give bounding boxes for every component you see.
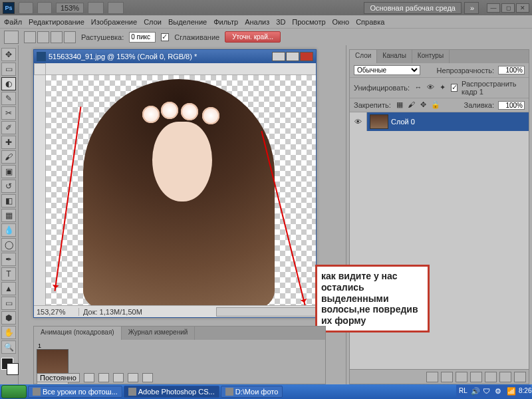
hand-tool-dropdown[interactable]	[88, 2, 104, 14]
loop-selector[interactable]: Постоянно	[37, 373, 80, 382]
type-tool[interactable]: T	[1, 267, 16, 281]
play-button[interactable]	[113, 373, 124, 382]
document-window[interactable]: 51563340_91.jpg @ 153% (Слой 0, RGB/8) *	[33, 49, 317, 318]
layer-style-button[interactable]	[441, 372, 453, 382]
menu-help[interactable]: Справка	[356, 18, 384, 26]
doc-close-button[interactable]	[300, 52, 313, 61]
new-selection-icon[interactable]	[24, 31, 36, 43]
subtract-selection-icon[interactable]	[51, 31, 63, 43]
tray-icon[interactable]: ⚙	[495, 387, 504, 396]
layer-visibility-icon[interactable]: 👁	[350, 112, 367, 131]
maximize-button[interactable]: ◻	[501, 3, 515, 13]
tray-icon[interactable]: 📶	[507, 387, 516, 396]
link-layers-button[interactable]	[426, 372, 438, 382]
history-brush-tool[interactable]: ↺	[1, 180, 16, 193]
gradient-tool[interactable]: ▦	[1, 209, 16, 222]
screen-mode-dropdown[interactable]	[108, 2, 124, 14]
crop-tool[interactable]: ✂	[1, 106, 16, 120]
propagate-checkbox[interactable]	[451, 84, 458, 92]
layer-group-button[interactable]	[485, 372, 497, 382]
menu-file[interactable]: Файл	[4, 18, 22, 26]
taskbar-item[interactable]: Все уроки по фотош...	[28, 386, 122, 398]
tool-preset-picker[interactable]	[4, 31, 19, 44]
tab-measurements[interactable]: Журнал измерений	[122, 327, 196, 340]
layer-row[interactable]: 👁 Слой 0	[350, 112, 529, 131]
eyedropper-tool[interactable]: ✐	[1, 121, 16, 134]
taskbar-item[interactable]: D:\Мои фото	[221, 386, 283, 398]
view-extras-button[interactable]	[37, 2, 52, 14]
doc-minimize-button[interactable]	[272, 52, 285, 61]
lasso-tool[interactable]: ◐	[1, 77, 16, 90]
background-color[interactable]	[7, 363, 19, 375]
unify-style-icon[interactable]: ✦	[438, 83, 447, 92]
delete-layer-button[interactable]	[514, 372, 526, 382]
quick-select-tool[interactable]: ✎	[1, 92, 16, 105]
zoom-tool[interactable]: 🔍	[1, 340, 16, 354]
clock[interactable]: 8:26	[519, 387, 528, 396]
document-canvas[interactable]	[46, 75, 316, 305]
doc-maximize-button[interactable]	[286, 52, 299, 61]
menu-layers[interactable]: Слои	[144, 18, 162, 26]
lock-transparency-icon[interactable]: ▦	[395, 100, 404, 110]
ruler-vertical[interactable]	[34, 75, 46, 305]
healing-tool[interactable]: ✚	[1, 136, 16, 149]
new-layer-button[interactable]	[499, 372, 511, 382]
tab-animation[interactable]: Анимация (покадровая)	[34, 327, 122, 340]
ruler-horizontal[interactable]	[46, 63, 316, 75]
launch-bridge-button[interactable]	[19, 2, 33, 14]
lock-image-icon[interactable]: 🖌	[407, 100, 416, 110]
intersect-selection-icon[interactable]	[64, 31, 76, 43]
tab-layers[interactable]: Слои	[350, 50, 377, 63]
language-indicator[interactable]: RL	[459, 387, 468, 396]
tray-icon[interactable]: 🛡	[483, 387, 492, 396]
menu-filter[interactable]: Фильтр	[213, 18, 238, 26]
hand-tool[interactable]: ✋	[1, 326, 16, 339]
path-select-tool[interactable]: ▲	[1, 282, 16, 295]
minimize-button[interactable]: —	[487, 3, 500, 13]
tray-icon[interactable]: 🔊	[471, 387, 480, 396]
prev-frame-button[interactable]	[98, 373, 109, 382]
status-zoom[interactable]: 153,27%	[34, 308, 79, 316]
brush-tool[interactable]: 🖌	[1, 150, 16, 164]
status-doc-size[interactable]: Док: 1,13M/1,50M	[79, 308, 146, 316]
menu-select[interactable]: Выделение	[168, 18, 207, 26]
move-tool[interactable]: ✥	[1, 48, 16, 61]
horizontal-scrollbar[interactable]	[216, 307, 316, 317]
color-swatches[interactable]	[1, 358, 17, 379]
fill-input[interactable]	[498, 101, 525, 110]
lock-all-icon[interactable]: 🔒	[431, 100, 440, 110]
menu-view[interactable]: Просмотр	[292, 18, 325, 26]
workspace-more-button[interactable]: »	[464, 2, 479, 14]
eraser-tool[interactable]: ◧	[1, 194, 16, 207]
layer-thumbnail[interactable]	[370, 114, 388, 129]
marquee-tool[interactable]: ▭	[1, 63, 16, 76]
menu-window[interactable]: Окно	[332, 18, 350, 26]
blend-mode-select[interactable]: Обычные	[354, 65, 420, 75]
adjustment-layer-button[interactable]	[470, 372, 482, 382]
last-frame-button[interactable]	[142, 373, 153, 382]
feather-input[interactable]	[129, 32, 156, 43]
dodge-tool[interactable]: ◯	[1, 238, 16, 251]
close-button[interactable]: ✕	[516, 3, 529, 13]
document-title-bar[interactable]: 51563340_91.jpg @ 153% (Слой 0, RGB/8) *	[34, 50, 316, 63]
unify-position-icon[interactable]: ↔	[414, 83, 423, 92]
tab-channels[interactable]: Каналы	[377, 50, 412, 63]
stamp-tool[interactable]: ▣	[1, 165, 16, 178]
lock-position-icon[interactable]: ✥	[419, 100, 428, 110]
pen-tool[interactable]: ✒	[1, 253, 16, 266]
blur-tool[interactable]: 💧	[1, 223, 16, 237]
antialias-checkbox[interactable]	[161, 33, 169, 41]
shape-tool[interactable]: ▭	[1, 297, 16, 310]
layer-name[interactable]: Слой 0	[391, 118, 415, 126]
start-button[interactable]	[1, 385, 27, 398]
taskbar-item[interactable]: Adobe Photoshop CS...	[124, 386, 219, 398]
opacity-input[interactable]	[498, 66, 525, 74]
menu-analysis[interactable]: Анализ	[245, 18, 269, 26]
3d-tool[interactable]: ⬢	[1, 311, 16, 325]
menu-3d[interactable]: 3D	[276, 18, 285, 26]
zoom-level-dropdown[interactable]: 153%	[56, 3, 84, 13]
menu-edit[interactable]: Редактирование	[29, 18, 84, 26]
refine-edge-button[interactable]: Уточн. край...	[225, 31, 281, 43]
workspace-switcher[interactable]: Основная рабочая среда	[364, 2, 462, 14]
add-selection-icon[interactable]	[37, 31, 49, 43]
